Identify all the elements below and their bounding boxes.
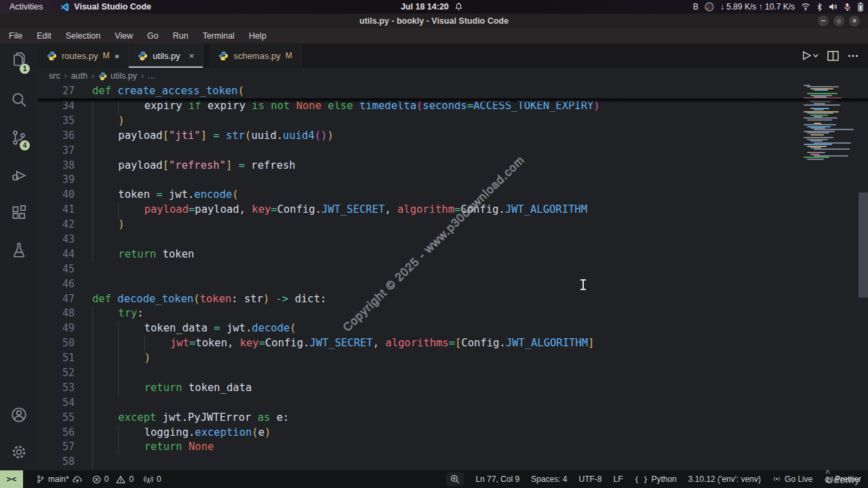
token: JWT_SECRET [309,337,372,349]
cursor-position[interactable]: Ln 77, Col 9 [475,474,519,484]
testing-icon[interactable] [10,241,28,259]
account-icon[interactable] [10,406,28,424]
token: token_data [144,322,214,334]
menu-edit[interactable]: Edit [37,31,52,41]
token: ( [238,85,244,97]
menu-view[interactable]: View [115,31,133,41]
code-text: ) [92,351,151,366]
tab-routes.py[interactable]: routes.pyM● [38,43,129,68]
token: token [200,293,232,305]
python-file-icon [98,72,107,81]
token: key [252,203,271,216]
menu-go[interactable]: Go [147,31,159,41]
token: ( [315,129,321,142]
minimap-code-line [807,159,824,160]
restore-button[interactable]: ▫ [833,16,844,26]
remote-indicator[interactable]: >< [0,470,23,488]
line-number: 55 [38,411,92,426]
line-number: 50 [38,336,92,351]
minimap-code-line [807,152,825,153]
close-button[interactable]: × [849,16,860,26]
broadcast-icon [772,475,781,483]
breadcrumb-item-src[interactable]: src [49,71,60,81]
more-actions-icon[interactable] [848,51,859,61]
prettier-indicator[interactable]: ⊘ Prettier [824,474,861,485]
minimap-code-line [810,134,824,136]
battery-icon[interactable] [857,2,864,12]
extensions-icon[interactable] [10,204,28,222]
minimize-button[interactable]: – [818,16,829,26]
indentation-indicator[interactable]: Spaces: 4 [531,474,567,484]
code-line: 57 return None [38,440,868,455]
bluetooth-icon[interactable] [816,3,823,12]
token: token [118,188,156,201]
code-text: ) [92,218,125,232]
menu-run[interactable]: Run [173,31,189,41]
menu-help[interactable]: Help [249,31,267,41]
problems-indicator[interactable]: 0 0 [92,474,134,484]
net-speed-indicator[interactable]: ↓ 5.89 K/s ↑ 10.7 K/s [720,2,795,12]
zoom-indicator[interactable] [446,472,464,486]
ports-indicator[interactable]: 0 [144,474,161,484]
os-top-panel: Activities Visual Studio Code Jul 18 14:… [0,0,868,14]
code-line: 35 ) [38,114,868,129]
line-number: 40 [38,188,92,203]
indent-guide [118,336,144,351]
minimap-code-line [807,132,829,134]
indent-guide [92,144,118,159]
token: = [156,188,162,201]
wifi-icon[interactable] [801,3,810,11]
token: except [118,411,156,424]
split-editor-icon[interactable] [827,51,839,61]
code-editor[interactable]: 34 expiry if expiry is not None else tim… [38,84,868,470]
code-line: 48 try: [38,306,868,321]
run-debug-icon[interactable] [10,167,28,184]
sticky-scroll-line[interactable]: 27def create_access_token( [38,84,804,99]
token: ] [226,159,232,171]
run-python-file-button[interactable] [802,50,818,61]
search-icon[interactable] [10,91,28,108]
volume-icon[interactable] [829,3,837,11]
token [111,85,117,97]
breadcrumb-item-[interactable]: ... [148,71,155,81]
tab-close-icon[interactable]: × [189,51,195,61]
language-mode[interactable]: { } Python [635,474,677,484]
token: return [144,382,182,394]
line-number: 57 [38,440,92,455]
settings-gear-icon[interactable] [10,443,28,461]
minimap-code-line [804,124,836,125]
code-line: 56 logging.exception(e) [38,426,868,441]
go-live-button[interactable]: Go Live [772,474,812,484]
tab-utils.py[interactable]: utils.py× [129,43,203,68]
line-number: 53 [38,381,92,396]
eol-indicator[interactable]: LF [613,474,623,484]
focused-app-indicator[interactable]: Visual Studio Code [60,2,151,12]
tab-schemas.py[interactable]: schemas.pyM [210,43,301,68]
token: "jti" [169,129,201,142]
indent-guide [92,381,118,396]
token: Config. [277,203,321,216]
breadcrumb-item-utilspy[interactable]: utils.py [98,71,137,81]
python-file-icon [218,51,229,61]
menu-selection[interactable]: Selection [66,31,100,41]
activities-button[interactable]: Activities [9,2,43,12]
clock[interactable]: Jul 18 14:20 [401,2,462,12]
git-branch-indicator[interactable]: main* [36,474,82,484]
vertical-scrollbar[interactable] [859,192,868,298]
microphone-muted-icon[interactable] [844,3,851,12]
screen-recorder-icon[interactable] [705,2,714,12]
keyboard-layout-indicator[interactable]: B [693,2,698,12]
minimap[interactable] [804,85,856,161]
code-line: 50 jwt=token, key=Config.JWT_SECRET, alg… [38,336,868,351]
encoding-indicator[interactable]: UTF-8 [578,474,601,484]
window-titlebar[interactable]: utils.py - bookly - Visual Studio Code –… [0,14,868,28]
code-text: return token [92,247,194,262]
menu-file[interactable]: File [9,31,22,41]
menu-terminal[interactable]: Terminal [203,31,235,41]
breadcrumb-item-auth[interactable]: auth [71,71,87,81]
python-interpreter[interactable]: 3.10.12 ('env': venv) [688,474,761,484]
token: logging. [144,426,195,439]
indent-guide [92,396,118,411]
code-text [92,232,118,247]
minimap-code-line [807,113,833,114]
